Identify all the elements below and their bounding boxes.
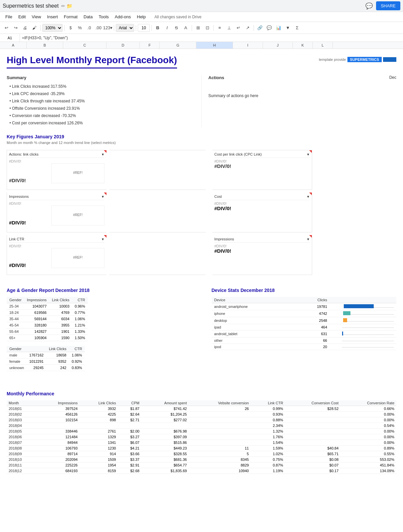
table-row: female 1012291 9352 0.92%	[7, 358, 85, 365]
table-row: 55-64 142827 1901 1.33%	[7, 329, 88, 335]
dropdown-icon-2[interactable]: ▼	[306, 153, 310, 156]
key-figures-subtitle: Month on month % change and 12 month tre…	[7, 141, 396, 145]
col-blank	[27, 346, 46, 352]
font-select[interactable]: Arial	[116, 24, 134, 32]
chart-area-3: #REF!	[51, 248, 104, 268]
list-item: Link Click through rate increased 37.45%	[12, 98, 195, 104]
menu-item-help[interactable]: Help	[134, 13, 148, 21]
list-item: Cost per conversion increased 126.26%	[12, 120, 195, 126]
chart-title-1: Actions: link clicks ▼	[9, 152, 104, 158]
align-bottom-button[interactable]: ⊥	[225, 24, 233, 32]
comment-button[interactable]: 💬	[265, 24, 274, 32]
ctr-2: 1.06%	[69, 352, 85, 358]
table-row: other 66	[212, 337, 397, 344]
menu-item-file[interactable]: File	[3, 13, 15, 21]
dropdown-icon-3[interactable]: ▼	[101, 195, 104, 199]
strikethrough-button[interactable]: S	[172, 24, 181, 32]
function-button[interactable]: Σ	[293, 24, 302, 32]
font-size-input[interactable]	[138, 24, 150, 32]
menu-item-format[interactable]: Format	[61, 13, 80, 21]
dropdown-icon-5[interactable]: ▼	[101, 237, 104, 241]
redo-button[interactable]: ↪	[11, 24, 20, 32]
age-range: 45-54	[7, 322, 24, 329]
actions-section: Actions Dec Summary of actions go here	[201, 75, 396, 127]
monthly-title: Monthly Performance	[7, 391, 396, 396]
borders-button[interactable]: ⊞	[194, 24, 202, 32]
menu-item-edit[interactable]: Edit	[16, 13, 28, 21]
col-month: Month	[7, 400, 37, 406]
wrap-button[interactable]: ↵	[234, 24, 243, 32]
print-button[interactable]: 🖨	[21, 24, 29, 32]
chart-impressions-2: Impressions ▼ #DIV/0! #DIV/0!	[212, 235, 312, 275]
link-clicks-2: 18658	[46, 352, 69, 358]
filter-button[interactable]: ▼	[284, 24, 292, 32]
ctr-val: 1.50%	[72, 335, 88, 341]
currency-button[interactable]: $	[66, 24, 75, 32]
col-header-c[interactable]: C	[63, 42, 106, 49]
device-table: Device Clicks android_smartphone 19781 i…	[212, 297, 397, 350]
col-gender: Gender	[7, 297, 24, 303]
device-name: desktop	[212, 317, 296, 324]
col-header-h[interactable]: H	[196, 42, 233, 49]
col-header-a[interactable]: A	[0, 42, 27, 49]
column-headers: A B C D F G H I J K L	[0, 42, 403, 49]
text-color-button[interactable]: A	[181, 24, 190, 32]
col-header-j[interactable]: J	[263, 42, 293, 49]
impressions-val: 142827	[24, 329, 49, 335]
undo-button[interactable]: ↩	[2, 24, 11, 32]
menu-item-insert[interactable]: Insert	[44, 13, 61, 21]
menu-item-tools[interactable]: Tools	[96, 13, 111, 21]
device-name: android_tablet	[212, 331, 296, 337]
format-type-button[interactable]: 123▾	[103, 24, 112, 32]
zoom-select[interactable]: 100%	[42, 24, 63, 32]
dropdown-icon-4[interactable]: ▼	[306, 195, 310, 199]
dropdown-icon-6[interactable]: ▼	[306, 237, 310, 241]
supermetrics-logo: SUPERMETRICS	[347, 57, 382, 62]
error-corner-4	[309, 193, 312, 195]
decimal-increase-button[interactable]: .00	[94, 24, 103, 32]
chart-button[interactable]: 📊	[274, 24, 283, 32]
table-row: 2018|081067931230$4.21$449.23111.59%$40.…	[7, 446, 396, 451]
formula-text: =IF(H33>0, "Up", "Down")	[20, 36, 70, 40]
bold-button[interactable]: B	[153, 24, 162, 32]
percent-button[interactable]: %	[76, 24, 84, 32]
col-header-i[interactable]: I	[233, 42, 263, 49]
col-link-clicks-2: Link Clicks	[46, 346, 69, 352]
col-header-d[interactable]: D	[106, 42, 140, 49]
rotate-button[interactable]: ↗	[243, 24, 252, 32]
cell-reference[interactable]: A1	[0, 34, 20, 42]
link-clicks-val: 6034	[49, 316, 72, 322]
error-corner-5	[104, 235, 106, 238]
table-row: 2018|112252261954$2.91$654.7788290.87%$0…	[7, 463, 396, 468]
error-corner	[104, 150, 106, 153]
col-header-b[interactable]: B	[27, 42, 63, 49]
share-button[interactable]: SHARE	[376, 1, 400, 10]
comment-icon[interactable]: 💬	[365, 2, 373, 10]
age-range: 35-44	[7, 316, 24, 322]
clicks-val: 4742	[296, 310, 330, 317]
table-row: 2018|102020941509$3.37$681.3683450.75%$0…	[7, 457, 396, 463]
menu-item-view[interactable]: View	[29, 13, 44, 21]
menu-item-addons[interactable]: Add-ons	[112, 13, 133, 21]
col-header-g[interactable]: G	[160, 42, 196, 49]
italic-button[interactable]: I	[163, 24, 171, 32]
link-clicks-val: 1590	[49, 335, 72, 341]
col-header-l[interactable]: L	[313, 42, 333, 49]
col-header-f[interactable]: F	[140, 42, 160, 49]
ctr-val: 1.06%	[72, 316, 88, 322]
col-clicks: Clicks	[296, 297, 330, 303]
decimal-decrease-button[interactable]: .0	[85, 24, 94, 32]
menu-item-data[interactable]: Data	[81, 13, 95, 21]
col-header-k[interactable]: K	[293, 42, 313, 49]
dropdown-icon[interactable]: ▼	[101, 153, 104, 156]
align-left-button[interactable]: ≡	[215, 24, 224, 32]
menu-bar: File Edit View Insert Format Data Tools …	[0, 12, 403, 22]
chart-cpc-link: Cost per link click (CPC Link) ▼ #DIV/0!…	[212, 150, 312, 190]
merge-button[interactable]: ⊡	[203, 24, 212, 32]
link-button[interactable]: 🔗	[256, 24, 264, 32]
table-row: 18-24 619566 4769 0.77%	[7, 310, 88, 316]
paint-format-button[interactable]: 🖌	[30, 24, 39, 32]
chart-title-2: Cost per link click (CPC Link) ▼	[214, 152, 310, 158]
list-item: Conversion rate decreased -70.32%	[12, 113, 195, 119]
monthly-table: Month Impressions Link Clicks CPM Amount…	[7, 400, 396, 474]
